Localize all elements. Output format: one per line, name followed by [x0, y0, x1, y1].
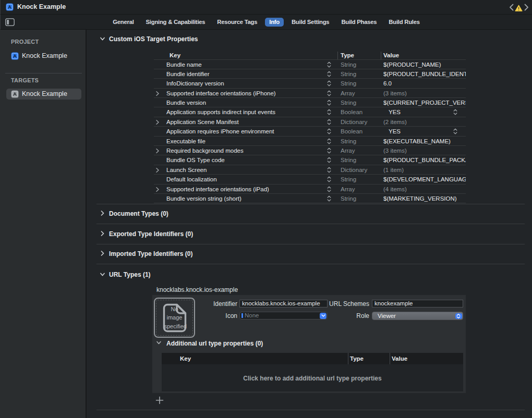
navigate-back-button[interactable] [509, 3, 514, 12]
property-value[interactable]: (2 items) [383, 117, 466, 127]
key-stepper-icon[interactable] [327, 90, 331, 96]
property-key: Launch Screen [166, 165, 323, 175]
disclosure-chevron-icon[interactable] [155, 91, 160, 96]
property-value[interactable]: YES [389, 127, 471, 136]
property-value[interactable]: $(PRODUCT_NAME) [383, 60, 466, 69]
property-value[interactable]: (3 items) [383, 89, 466, 98]
property-row[interactable]: Supported interface orientations (iPhone… [154, 89, 466, 98]
property-value[interactable]: $(MARKETING_VERSION) [383, 194, 466, 203]
property-row[interactable]: Launch ScreenDictionary(1 item) [154, 165, 466, 175]
key-stepper-icon[interactable] [327, 119, 331, 125]
key-stepper-icon[interactable] [327, 109, 331, 115]
property-value[interactable]: (3 items) [383, 146, 466, 155]
chevron-right-icon [100, 250, 105, 256]
section-separator [96, 410, 525, 410]
property-row[interactable]: Application supports indirect input even… [154, 107, 466, 117]
property-row[interactable]: Bundle nameString$(PRODUCT_NAME) [154, 60, 466, 69]
property-value[interactable]: YES [389, 107, 471, 117]
key-stepper-icon[interactable] [327, 71, 331, 77]
key-stepper-icon[interactable] [327, 157, 331, 163]
property-value[interactable]: $(EXECUTABLE_NAME) [383, 137, 466, 146]
property-type[interactable]: String [341, 175, 379, 184]
property-value[interactable]: $(CURRENT_PROJECT_VERSION) [383, 98, 466, 107]
property-value[interactable]: 6.0 [383, 79, 466, 88]
tab-info[interactable]: Info [265, 18, 284, 27]
section-separator [96, 204, 525, 204]
property-row[interactable]: Default localizationString$(DEVELOPMENT_… [154, 175, 466, 184]
url-schemes-field[interactable]: knockexample [372, 300, 463, 308]
key-stepper-icon[interactable] [327, 128, 331, 134]
property-row[interactable]: Bundle versionString$(CURRENT_PROJECT_VE… [154, 98, 466, 107]
property-type[interactable]: String [341, 137, 379, 146]
property-type[interactable]: Boolean [341, 127, 379, 136]
value-stepper-icon[interactable] [453, 128, 457, 134]
property-type[interactable]: Boolean [341, 107, 379, 117]
key-stepper-icon[interactable] [327, 186, 331, 192]
column-header-type: Type [341, 52, 354, 59]
url-type-image-well[interactable]: No image specified [154, 298, 195, 338]
property-type[interactable]: String [341, 79, 379, 88]
additional-properties-empty-area[interactable]: Click here to add additional url type pr… [162, 364, 463, 391]
property-row[interactable]: Application requires iPhone environmentB… [154, 127, 466, 136]
property-row[interactable]: Executable fileString$(EXECUTABLE_NAME) [154, 137, 466, 146]
property-type[interactable]: Array [341, 185, 379, 194]
key-stepper-icon[interactable] [327, 195, 331, 202]
navigate-forward-button[interactable] [524, 3, 529, 12]
property-row[interactable]: Supported interface orientations (iPad)A… [154, 185, 466, 194]
identifier-field[interactable]: knocklabs.knock.ios-example [239, 300, 328, 308]
add-url-type-button[interactable] [155, 396, 164, 405]
key-stepper-icon[interactable] [327, 147, 331, 154]
property-type[interactable]: Dictionary [341, 117, 379, 127]
property-type[interactable]: Array [341, 89, 379, 98]
key-stepper-icon[interactable] [327, 80, 331, 87]
property-type[interactable]: String [341, 194, 379, 203]
property-value[interactable]: (1 item) [383, 165, 466, 175]
property-value[interactable]: (4 items) [383, 185, 466, 194]
property-type[interactable]: String [341, 98, 379, 107]
tab-resource-tags[interactable]: Resource Tags [217, 19, 257, 25]
property-type[interactable]: String [341, 69, 379, 79]
property-key: Executable file [166, 137, 323, 146]
tab-general[interactable]: General [113, 19, 134, 25]
tab-signing-capabilities[interactable]: Signing & Capabilities [146, 19, 205, 25]
property-type[interactable]: Array [341, 146, 379, 155]
key-stepper-icon[interactable] [327, 62, 331, 68]
disclosure-chevron-icon[interactable] [155, 119, 160, 125]
sidebar-item-project[interactable]: Knock Example [6, 51, 81, 62]
role-label: Role [356, 312, 369, 319]
targets-section-header: TARGETS [11, 77, 39, 83]
section-title: Exported Type Identifiers (0) [109, 230, 193, 238]
project-app-icon [6, 3, 14, 11]
tab-build-phases[interactable]: Build Phases [341, 19, 377, 25]
disclosure-chevron-icon[interactable] [155, 148, 160, 154]
sidebar-item-target[interactable]: Knock Example [6, 89, 81, 100]
property-value[interactable]: $(DEVELOPMENT_LANGUAGE) [383, 175, 466, 184]
disclosure-chevron-icon[interactable] [155, 167, 160, 173]
key-stepper-icon[interactable] [327, 176, 331, 182]
property-value[interactable]: $(PRODUCT_BUNDLE_IDENTIFIER) [383, 69, 466, 79]
property-type[interactable]: Dictionary [341, 165, 379, 175]
column-header-key: Key [180, 353, 191, 364]
property-row[interactable]: Bundle OS Type codeString$(PRODUCT_BUNDL… [154, 155, 466, 165]
key-stepper-icon[interactable] [327, 167, 331, 173]
property-key: Bundle name [166, 60, 323, 69]
combo-dropdown-button[interactable] [320, 313, 327, 319]
key-stepper-icon[interactable] [327, 100, 331, 106]
tab-build-settings[interactable]: Build Settings [292, 19, 329, 25]
property-type[interactable]: String [341, 60, 379, 69]
role-popup-button[interactable]: Viewer [372, 312, 463, 320]
property-key: Required background modes [166, 146, 323, 155]
key-stepper-icon[interactable] [327, 138, 331, 144]
property-row[interactable]: Application Scene ManifestDictionary(2 i… [154, 117, 466, 127]
warning-icon[interactable] [515, 3, 523, 13]
property-row[interactable]: Required background modesArray(3 items) [154, 146, 466, 155]
tab-build-rules[interactable]: Build Rules [389, 19, 419, 25]
value-stepper-icon[interactable] [453, 109, 457, 115]
property-value[interactable]: $(PRODUCT_BUNDLE_PACKAGE_TYPE) [383, 155, 466, 165]
icon-combobox[interactable]: None [239, 312, 328, 319]
property-type[interactable]: String [341, 155, 379, 165]
disclosure-chevron-icon[interactable] [155, 187, 160, 192]
property-row[interactable]: Bundle identifierString$(PRODUCT_BUNDLE_… [154, 69, 466, 79]
property-row[interactable]: Bundle version string (short)String$(MAR… [154, 194, 466, 203]
property-row[interactable]: InfoDictionary versionString6.0 [154, 79, 466, 88]
